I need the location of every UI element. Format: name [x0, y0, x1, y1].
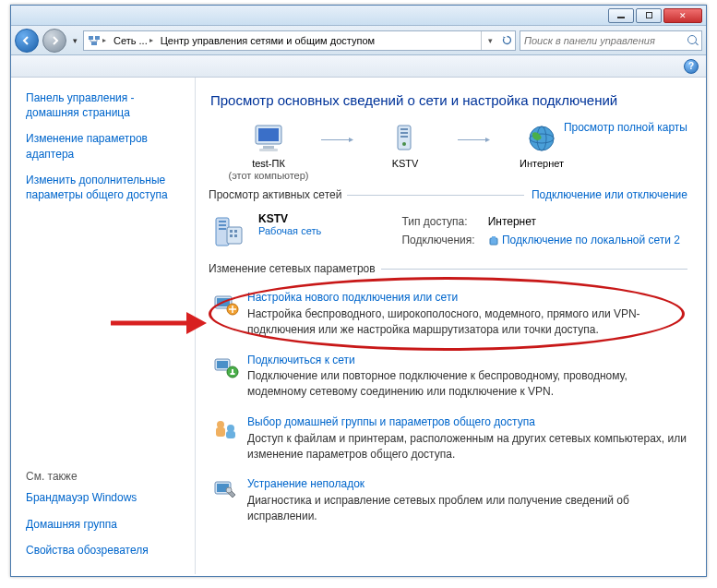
- map-node-network[interactable]: KSTV: [354, 121, 456, 181]
- task-title[interactable]: Выбор домашней группы и параметров общег…: [247, 414, 687, 430]
- refresh-icon: [502, 35, 512, 45]
- sidebar: Панель управления - домашняя страница Из…: [11, 78, 196, 574]
- help-button[interactable]: ?: [684, 59, 699, 74]
- ethernet-icon: [488, 235, 499, 246]
- connections-label: Подключения:: [396, 233, 480, 249]
- page-title: Просмотр основных сведений о сети и наст…: [210, 92, 686, 108]
- svg-rect-6: [259, 149, 278, 151]
- task-troubleshoot[interactable]: Устранение неполадок Диагностика и испра…: [205, 471, 691, 533]
- svg-rect-36: [216, 427, 225, 437]
- address-bar[interactable]: ▸ Сеть ... ▸ Центр управления сетями и о…: [83, 30, 516, 51]
- task-title[interactable]: Устранение неполадок: [247, 476, 687, 492]
- sidebar-link-adapter-settings[interactable]: Изменение параметров адаптера: [18, 127, 187, 164]
- connect-disconnect-link[interactable]: Подключение или отключение: [524, 188, 687, 201]
- svg-rect-22: [230, 234, 233, 237]
- map-connector: [458, 139, 489, 140]
- forward-button[interactable]: [42, 29, 66, 53]
- maximize-button[interactable]: [636, 8, 662, 23]
- svg-point-35: [227, 425, 234, 432]
- back-button[interactable]: [15, 29, 39, 53]
- svg-point-40: [226, 487, 232, 493]
- svg-rect-20: [230, 230, 233, 233]
- svg-rect-17: [219, 224, 226, 226]
- svg-rect-37: [226, 431, 235, 438]
- search-input[interactable]: [524, 35, 684, 46]
- task-title[interactable]: Подключиться к сети: [247, 353, 687, 368]
- address-dropdown-button[interactable]: ▾: [482, 31, 498, 50]
- computer-icon: [250, 122, 287, 155]
- task-connect-to-network[interactable]: Подключиться к сети Подключение или повт…: [205, 347, 691, 409]
- node-sublabel: (этот компьютер): [228, 170, 308, 181]
- change-settings-header: Изменение сетевых параметров: [209, 262, 687, 275]
- node-label: test-ПК: [252, 158, 285, 170]
- task-description: Диагностика и исправление сетевых пробле…: [247, 493, 687, 524]
- svg-rect-8: [400, 128, 408, 130]
- breadcrumb-label: Сеть ...: [114, 35, 148, 46]
- svg-point-12: [530, 126, 554, 150]
- svg-rect-25: [492, 236, 496, 239]
- node-label: Интернет: [520, 158, 564, 170]
- work-network-icon: [209, 212, 247, 251]
- search-box[interactable]: [520, 30, 702, 51]
- section-label: Изменение сетевых параметров: [209, 262, 376, 275]
- breadcrumb-icon[interactable]: ▸: [84, 34, 110, 47]
- full-map-link[interactable]: Просмотр полной карты: [564, 121, 687, 134]
- breadcrumb-label: Центр управления сетями и общим доступом: [161, 35, 375, 46]
- control-panel-window: ✕ ▾ ▸ Сеть ... ▸ Центр управления сетями…: [10, 5, 707, 577]
- sidebar-link-advanced-sharing[interactable]: Изменить дополнительные параметры общего…: [18, 169, 187, 206]
- sidebar-link-home[interactable]: Панель управления - домашняя страница: [18, 87, 187, 124]
- see-also-internet-options[interactable]: Свойства обозревателя: [18, 539, 187, 561]
- troubleshoot-icon: [212, 477, 240, 505]
- network-category-link[interactable]: Рабочая сеть: [258, 225, 321, 236]
- network-name: KSTV: [258, 212, 321, 225]
- history-dropdown-button[interactable]: ▾: [70, 33, 79, 48]
- access-type-value: Интернет: [483, 214, 686, 231]
- see-also-homegroup[interactable]: Домашняя группа: [18, 513, 187, 535]
- section-label: Просмотр активных сетей: [209, 188, 341, 201]
- close-button[interactable]: ✕: [663, 8, 702, 23]
- svg-rect-23: [234, 234, 237, 237]
- svg-rect-2: [91, 42, 97, 45]
- svg-rect-24: [490, 238, 497, 245]
- active-network-row: KSTV Рабочая сеть Тип доступа: Интернет …: [205, 207, 691, 251]
- connection-link[interactable]: Подключение по локальной сети 2: [502, 234, 680, 246]
- svg-point-11: [402, 142, 406, 146]
- see-also-header: См. также: [18, 464, 187, 486]
- network-center-icon: [88, 34, 101, 47]
- task-setup-new-connection[interactable]: Настройка нового подключения или сети На…: [205, 284, 691, 346]
- connect-network-icon: [212, 354, 240, 381]
- task-homegroup-sharing[interactable]: Выбор домашней группы и параметров общег…: [205, 409, 691, 471]
- task-list: Настройка нового подключения или сети На…: [205, 281, 691, 534]
- minimize-button[interactable]: [608, 8, 634, 23]
- see-also-firewall[interactable]: Брандмауэр Windows: [18, 486, 187, 509]
- svg-point-34: [217, 421, 224, 428]
- toolbar: ?: [11, 55, 706, 78]
- svg-rect-16: [219, 221, 226, 222]
- access-type-label: Тип доступа:: [396, 214, 480, 231]
- server-icon: [387, 122, 424, 155]
- svg-rect-18: [219, 228, 226, 230]
- main-content: Просмотр основных сведений о сети и наст…: [196, 78, 706, 574]
- map-node-this-pc[interactable]: test-ПК (этот компьютер): [218, 121, 319, 181]
- nav-bar: ▾ ▸ Сеть ... ▸ Центр управления сетями и…: [11, 26, 706, 55]
- task-title[interactable]: Настройка нового подключения или сети: [247, 290, 687, 306]
- breadcrumb-item-1[interactable]: Сеть ... ▸: [110, 35, 157, 46]
- svg-rect-9: [400, 132, 408, 134]
- svg-rect-30: [217, 361, 228, 368]
- arrow-right-icon: [49, 35, 60, 46]
- svg-rect-33: [231, 373, 235, 375]
- network-map: Просмотр полной карты test-ПК (этот комп…: [205, 121, 687, 181]
- svg-rect-27: [217, 298, 230, 306]
- svg-rect-4: [258, 128, 279, 141]
- search-icon: [687, 35, 698, 46]
- refresh-button[interactable]: [498, 31, 515, 50]
- arrow-left-icon: [21, 35, 32, 46]
- breadcrumb-item-2[interactable]: Центр управления сетями и общим доступом: [157, 35, 378, 46]
- active-networks-header: Просмотр активных сетей Подключение или …: [209, 188, 687, 201]
- title-bar[interactable]: ✕: [11, 6, 706, 26]
- svg-rect-21: [234, 230, 237, 233]
- new-connection-icon: [212, 291, 240, 318]
- task-description: Настройка беспроводного, широкополосного…: [247, 306, 687, 338]
- sharing-icon: [212, 415, 240, 443]
- task-description: Подключение или повторное подключение к …: [247, 368, 687, 400]
